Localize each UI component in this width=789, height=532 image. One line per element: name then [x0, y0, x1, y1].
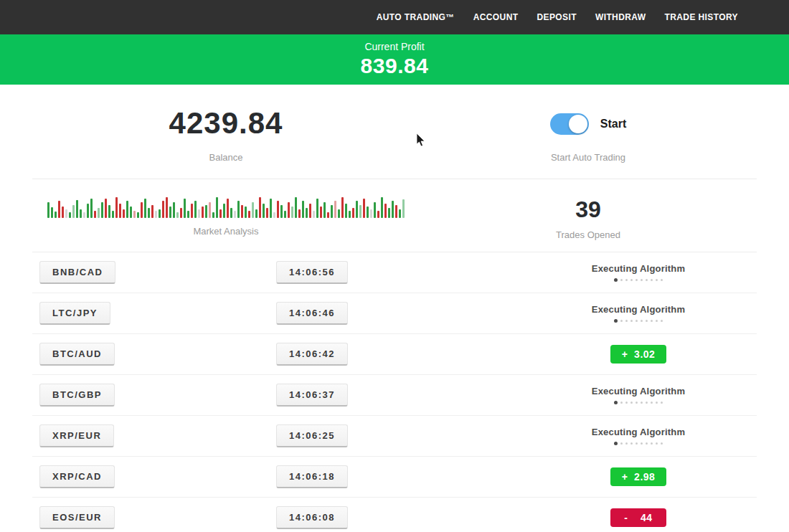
progress-dot: [641, 402, 643, 404]
chart-bar: [359, 205, 362, 218]
pair-badge: LTC/JPY: [39, 302, 110, 325]
chart-bar: [370, 209, 372, 218]
time-badge: 14:06:46: [276, 302, 348, 325]
chart-bar: [144, 199, 146, 218]
chart-bar: [363, 199, 365, 218]
progress-dot: [620, 402, 623, 404]
nav-item-trade-history[interactable]: TRADE HISTORY: [655, 6, 747, 28]
nav-item-account[interactable]: ACCOUNT: [464, 6, 528, 28]
chart-bar: [173, 202, 175, 218]
chart-bar: [94, 211, 96, 218]
balance-label: Balance: [209, 152, 243, 163]
current-profit-value: 839.84: [361, 54, 429, 78]
chart-bar: [266, 208, 268, 218]
time-badge: 14:06:42: [276, 343, 348, 366]
time-badge: 14:06:08: [276, 506, 348, 529]
market-analysis-label: Market Analysis: [193, 226, 258, 237]
progress-dot: [614, 278, 618, 282]
auto-trading-toggle[interactable]: [550, 113, 589, 135]
chart-bar: [69, 212, 71, 218]
toggle-label: Start: [600, 118, 626, 130]
chart-bar: [198, 209, 200, 218]
executing-status: Executing Algorithm: [592, 304, 685, 323]
chart-bar: [162, 201, 164, 218]
chart-bar: [273, 212, 275, 218]
chart-bar: [212, 212, 214, 218]
chart-bar: [302, 201, 304, 218]
chart-bar: [399, 209, 401, 218]
progress-dot: [641, 279, 643, 281]
table-row: EOS/EUR14:06:08- 44: [32, 498, 757, 532]
market-analysis-chart: [47, 196, 405, 218]
chart-bar: [141, 202, 143, 218]
chart-bar: [255, 209, 258, 218]
chart-bar: [270, 199, 272, 218]
chart-bar: [309, 204, 311, 218]
pair-badge: XRP/CAD: [39, 465, 115, 488]
chart-bar: [62, 206, 64, 218]
chart-bar: [402, 199, 405, 218]
chart-bar: [377, 211, 379, 218]
mouse-cursor-icon: [416, 133, 426, 148]
progress-dot: [656, 442, 658, 445]
chart-bar: [180, 208, 182, 218]
chart-bar: [392, 201, 394, 218]
chart-bar: [155, 211, 157, 218]
progress-dot: [625, 279, 628, 281]
chart-bar: [112, 211, 114, 218]
chart-bar: [119, 204, 121, 218]
time-badge: 14:06:25: [276, 424, 348, 447]
chart-bar: [83, 212, 85, 218]
auto-trading-label: Start Auto Trading: [551, 152, 625, 163]
table-row: BTC/AUD14:06:42+ 3.02: [32, 334, 757, 375]
executing-label: Executing Algorithm: [592, 427, 685, 437]
progress-dot: [641, 442, 643, 445]
progress-dot: [625, 402, 628, 404]
chart-bar: [80, 209, 82, 218]
chart-bar: [176, 212, 179, 218]
chart-bar: [130, 206, 132, 218]
progress-dot: [636, 442, 638, 445]
chart-bar: [298, 209, 301, 218]
toggle-knob-icon: [569, 115, 587, 133]
nav-item-auto-trading[interactable]: AUTO TRADING™: [367, 6, 464, 28]
loss-badge: - 44: [610, 508, 666, 527]
progress-dot: [620, 279, 623, 281]
chart-bar: [316, 199, 318, 218]
chart-bar: [115, 197, 118, 218]
executing-label: Executing Algorithm: [592, 386, 685, 396]
progress-dot: [620, 442, 623, 445]
chart-bar: [381, 197, 383, 218]
progress-dot: [614, 442, 618, 445]
chart-bar: [58, 201, 60, 218]
nav-item-withdraw[interactable]: WITHDRAW: [586, 6, 656, 28]
progress-dot: [646, 279, 648, 281]
chart-bar: [166, 197, 168, 218]
top-navigation: AUTO TRADING™ACCOUNTDEPOSITWITHDRAWTRADE…: [0, 0, 789, 34]
chart-bar: [137, 212, 139, 218]
chart-bar: [227, 199, 229, 218]
chart-bar: [338, 209, 340, 218]
chart-bar: [323, 202, 326, 218]
chart-bar: [90, 199, 93, 218]
chart-bar: [55, 212, 57, 218]
progress-dots: [614, 319, 663, 323]
progress-dot: [651, 320, 653, 322]
chart-bar: [331, 205, 333, 218]
chart-bar: [202, 206, 204, 218]
progress-dot: [646, 402, 648, 404]
chart-bar: [288, 202, 290, 218]
nav-item-deposit[interactable]: DEPOSIT: [527, 6, 585, 28]
chart-bar: [341, 197, 344, 218]
chart-bar: [320, 206, 322, 218]
chart-bar: [108, 205, 110, 218]
pair-badge: XRP/EUR: [39, 424, 114, 447]
chart-bar: [230, 208, 232, 218]
chart-bar: [352, 208, 354, 218]
pair-badge: BNB/CAD: [39, 261, 115, 284]
chart-bar: [277, 201, 279, 218]
progress-dot: [651, 442, 653, 445]
progress-dots: [614, 401, 663, 404]
chart-bar: [334, 201, 336, 218]
chart-bar: [291, 206, 293, 218]
